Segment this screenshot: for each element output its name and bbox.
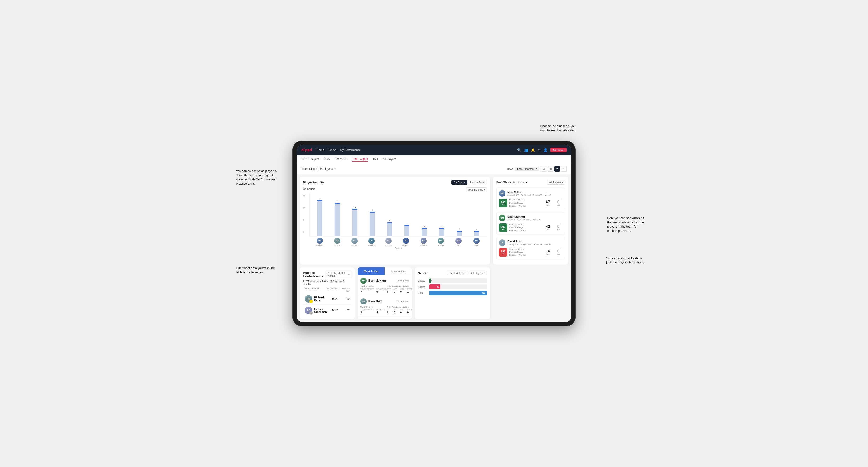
practice-drills-toggle[interactable]: Practice Drills	[467, 180, 487, 185]
chevron-down-icon: ▾	[484, 188, 485, 191]
list-view-button[interactable]: ▦	[548, 166, 553, 172]
active-entry-header-2: RB Rees Britt 02 Sep 2023	[361, 299, 409, 305]
leaderboard-score-2: 18/20	[329, 309, 338, 312]
all-shots-tab[interactable]: All Shots	[513, 181, 524, 184]
scoring-birdies-row: Birdies 96	[418, 284, 487, 289]
eagles-label: Eagles	[418, 280, 427, 282]
active-date-1: 26 Aug 2023	[397, 280, 409, 282]
rounds-row-1: Tournament 7 Practice 6	[361, 288, 386, 293]
most-active-panel: Most Active Least Active BM Blair McHarg…	[358, 268, 412, 319]
scoring-par-chevron-icon: ▾	[464, 272, 466, 274]
bar-e-crossman: 2	[452, 228, 467, 236]
scoring-players-dropdown[interactable]: All Players ▾	[469, 271, 487, 276]
on-course-toggle[interactable]: On Course	[452, 180, 467, 185]
table-view-button[interactable]: ≡	[561, 166, 566, 172]
best-shots-tab[interactable]: Best Shots	[496, 181, 511, 184]
leaderboard-avatar-1: RB 1	[305, 295, 312, 303]
avatar-row: BM B. McHarg RB R. Britt DF D. Ford	[309, 236, 487, 246]
avatar-r-britt: RB R. Britt	[334, 238, 340, 246]
bar-r-britt: 12	[330, 200, 345, 236]
shot-stat-dist-3: 16 yds	[544, 249, 552, 255]
most-active-tab[interactable]: Most Active	[358, 268, 385, 275]
scoring-title: Scoring	[418, 272, 429, 275]
stats-grid-1: Total Rounds Tournament 7 Practice	[361, 285, 409, 293]
leaderboard-score-1: 19/20	[329, 298, 338, 300]
practice-activities-1: GTT 0 APP 0 ARG	[387, 288, 412, 293]
subnav-pgat[interactable]: PGAT Players	[302, 158, 319, 161]
shot-chevron-icon-1[interactable]: ›	[561, 197, 563, 201]
total-rounds-label-2: Total Rounds	[361, 306, 386, 308]
x-axis-label: Players	[309, 247, 487, 249]
shot-detail-2: 23 Jul 2023 · Aldridge GC, Hole 15	[507, 218, 540, 221]
practice-dropdown[interactable]: PUTT Must Make Putting ... ▾	[325, 271, 351, 278]
total-rounds-label-1: Total Rounds	[361, 285, 386, 287]
tournament-stat-1: Tournament 7	[361, 288, 374, 293]
tournament-stat-2: Tournament 8	[361, 309, 374, 314]
practice-leaderboards-card: Practice Leaderboards PUTT Must Make Put…	[300, 268, 355, 319]
avatar-j-coles: JC J. Coles	[368, 238, 375, 246]
bar-b-mcharg: 13	[312, 198, 328, 236]
bar-d-ford: 10	[347, 206, 363, 236]
scoring-par-dropdown[interactable]: Par 3, 4 & 5s ▾	[447, 271, 467, 276]
best-shots-tabs: Best Shots All Shots ▾	[496, 181, 527, 184]
shot-entry-1: MM Matt Miller 09 Jun 2023 · Royal North…	[496, 187, 565, 210]
user-avatar-icon[interactable]: 👤	[544, 148, 548, 152]
bell-icon[interactable]: 🔔	[531, 148, 535, 152]
activity-toggle-group: On Course Practice Drills	[451, 180, 487, 185]
people-icon[interactable]: 👥	[524, 148, 528, 152]
least-active-tab[interactable]: Least Active	[385, 268, 412, 275]
team-title: Team Clippd | 14 Players ✎	[302, 167, 336, 170]
practice-chevron-icon: ▾	[348, 273, 349, 276]
shot-stat-zero-3: 0 yds	[554, 249, 563, 255]
shot-stat-dist-1: 67 yds	[544, 200, 552, 206]
col-pb-avg: PB AVG SQ	[338, 287, 349, 292]
subnav-tour[interactable]: Tour	[373, 158, 378, 161]
shot-details-2: Shot Dist: 43 yds Start Lie: Rough End L…	[509, 223, 542, 232]
shot-chevron-icon-3[interactable]: ›	[561, 246, 563, 250]
leaderboard-avg-1: 110	[340, 298, 349, 300]
team-header: Team Clippd | 14 Players ✎ Show: Last 3 …	[297, 164, 571, 174]
plus-circle-icon[interactable]: ⊕	[538, 148, 540, 152]
card-view-button[interactable]: ♥	[554, 166, 560, 172]
birdies-label: Birdies	[418, 286, 427, 288]
y-label-10: 10	[303, 207, 305, 209]
active-avatar-2: RB	[361, 299, 367, 305]
leaderboard-cols: PLAYER NAME PB SCORE PB AVG SQ	[303, 287, 351, 292]
subnav-pga[interactable]: PGA	[324, 158, 330, 161]
period-select[interactable]: Last 3 months Last 6 months Last year	[515, 166, 539, 171]
nav-item-home[interactable]: Home	[316, 148, 324, 152]
best-shots-card: Best Shots All Shots ▾ All Players ▾ MM	[493, 177, 568, 264]
active-entry-header-1: BM Blair McHarg 26 Aug 2023	[361, 278, 409, 284]
shot-stat-zero-1: 0 yds	[554, 200, 563, 206]
grid-view-button[interactable]: ⊞	[541, 166, 547, 172]
nav-item-teams[interactable]: Teams	[328, 148, 336, 152]
add-team-button[interactable]: Add Team	[550, 148, 566, 152]
shot-details-1: Shot Dist: 67 yds Start Lie: Rough End L…	[509, 198, 542, 208]
bar-j-coles: 9	[365, 209, 380, 236]
annotation-right-mid: Here you can see who's hit the best shot…	[607, 216, 644, 233]
shot-stat-zero-2: 0 yds	[554, 225, 563, 231]
edit-team-icon[interactable]: ✎	[334, 167, 336, 170]
top-nav: clippd Home Teams My Performance 🔍 👥 🔔 ⊕…	[297, 145, 571, 155]
subnav-all-players[interactable]: All Players	[383, 158, 396, 161]
avatar-l-robertson: LR L. Robertson	[473, 238, 480, 246]
nav-item-performance[interactable]: My Performance	[340, 148, 361, 152]
subnav-team-clippd[interactable]: Team Clippd	[352, 157, 368, 161]
shot-chevron-icon-2[interactable]: ›	[561, 221, 563, 225]
tablet-screen: clippd Home Teams My Performance 🔍 👥 🔔 ⊕…	[297, 145, 571, 322]
shot-entry-2: BM Blair McHarg 23 Jul 2023 · Aldridge G…	[496, 212, 565, 235]
tablet-frame: clippd Home Teams My Performance 🔍 👥 🔔 ⊕…	[292, 141, 576, 326]
chart-metric-dropdown[interactable]: Total Rounds ▾	[466, 187, 487, 192]
search-icon[interactable]: 🔍	[517, 148, 521, 152]
shot-badge-3: 198 SG	[499, 248, 507, 257]
players-filter-dropdown[interactable]: All Players ▾	[547, 180, 565, 185]
nav-logo: clippd	[302, 148, 312, 152]
bar-e-ebert: 5	[382, 220, 398, 236]
avatar-m-miller: MM M. Miller	[438, 238, 444, 246]
subnav-hcaps[interactable]: Hcaps 1-5	[335, 158, 347, 161]
shot-entry-3: DF David Ford 24 Aug 2023 · Royal North …	[496, 237, 565, 259]
shot-data-row-1: 200 SG Shot Dist: 67 yds Start Lie: Roug…	[499, 198, 563, 208]
pars-bar-wrap: 499	[429, 290, 487, 295]
y-label-15: 15	[303, 195, 305, 197]
avatar-d-ford: DF D. Ford	[351, 238, 358, 246]
